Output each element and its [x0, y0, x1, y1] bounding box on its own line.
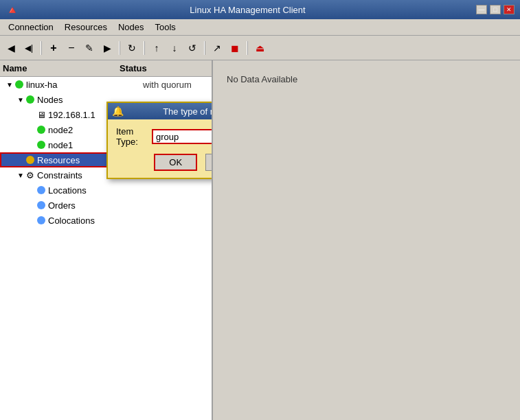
- stop-button[interactable]: ◼: [227, 40, 243, 56]
- dialog-bell-icon: 🔔: [112, 106, 124, 117]
- toolbar-sep-2: [119, 41, 120, 55]
- node-label: Colocations: [48, 215, 143, 226]
- no-data-text: No Data Available: [227, 74, 297, 84]
- expand-arrow[interactable]: ▼: [5, 81, 14, 89]
- circle-green-icon: [25, 94, 36, 105]
- app-icon: 🔺: [5, 3, 19, 16]
- node-label: linux-ha: [26, 80, 143, 90]
- toolbar-sep-3: [144, 41, 145, 55]
- node-label: Orders: [48, 200, 143, 211]
- tree-row[interactable]: Colocations: [0, 213, 212, 228]
- dialog-title-bar: 🔔 The type of new item ✕: [108, 103, 213, 119]
- light-blue-icon: [36, 200, 47, 211]
- back2-button[interactable]: ◀|: [21, 40, 37, 56]
- down-button[interactable]: ↓: [166, 40, 183, 56]
- item-type-input[interactable]: [152, 129, 213, 144]
- menu-tools[interactable]: Tools: [150, 21, 181, 34]
- status-text: with quorum: [143, 80, 212, 90]
- header-status: Status: [120, 63, 209, 73]
- add-button[interactable]: +: [45, 40, 62, 56]
- edit-button[interactable]: ✎: [81, 40, 98, 56]
- tree-panel: Name Status ▼ linux-ha with quorum ▼ Nod…: [0, 60, 213, 420]
- right-panel: No Data Available: [213, 60, 520, 420]
- dialog-label: Item Type:: [116, 126, 149, 147]
- node-label: Locations: [48, 185, 143, 196]
- tree-header: Name Status: [0, 60, 212, 77]
- light-blue-icon: [36, 185, 47, 196]
- dialog-item-type-row: Item Type: ▼: [116, 126, 213, 147]
- menu-connection[interactable]: Connection: [3, 21, 59, 34]
- run-button[interactable]: ▶: [99, 40, 115, 56]
- rotate-button[interactable]: ↺: [184, 40, 201, 56]
- toolbar-sep-5: [247, 41, 248, 55]
- circle-green-icon: [14, 79, 25, 90]
- maximize-button[interactable]: □: [490, 5, 501, 14]
- computer-icon: 🖥: [36, 109, 47, 120]
- toolbar-sep-1: [41, 41, 42, 55]
- tree-row[interactable]: ▼ linux-ha with quorum: [0, 77, 212, 92]
- dialog-select-wrapper: ▼: [152, 129, 213, 144]
- window-title: Linux HA Management Client: [19, 5, 476, 15]
- circle-green-icon: [36, 124, 47, 135]
- dialog-body: Item Type: ▼ OK Cancel: [108, 119, 213, 178]
- back-button[interactable]: ◀: [3, 40, 19, 56]
- close-button[interactable]: ✕: [504, 5, 515, 14]
- cancel-button[interactable]: Cancel: [205, 154, 213, 171]
- minimize-button[interactable]: —: [476, 5, 487, 14]
- toolbar: ◀ ◀| + − ✎ ▶ ↻ ↑ ↓ ↺ ↗ ◼ ⏏: [0, 36, 520, 60]
- tree-row[interactable]: Locations: [0, 183, 212, 198]
- dialog-title: The type of new item: [126, 106, 213, 117]
- main-area: Name Status ▼ linux-ha with quorum ▼ Nod…: [0, 60, 520, 420]
- ok-button[interactable]: OK: [154, 154, 197, 171]
- refresh-button[interactable]: ↻: [124, 40, 140, 56]
- circle-yellow-icon: [25, 154, 36, 165]
- header-name: Name: [3, 63, 120, 73]
- light-blue-icon: [36, 215, 47, 226]
- expand-arrow[interactable]: ▼: [16, 96, 25, 104]
- tree-row[interactable]: Orders: [0, 198, 212, 213]
- migrate-button[interactable]: ↗: [209, 40, 225, 56]
- circle-green-icon: [36, 139, 47, 150]
- up-button[interactable]: ↑: [148, 40, 165, 56]
- constraints-icon: ⚙: [25, 170, 36, 180]
- eject-button[interactable]: ⏏: [251, 40, 268, 56]
- title-bar: 🔺 Linux HA Management Client — □ ✕: [0, 0, 520, 19]
- dialog-box: 🔔 The type of new item ✕ Item Type: ▼ OK…: [106, 102, 213, 179]
- menu-bar: Connection Resources Nodes Tools: [0, 19, 520, 36]
- dialog-buttons: OK Cancel: [116, 154, 213, 171]
- toolbar-sep-4: [204, 41, 205, 55]
- menu-resources[interactable]: Resources: [59, 21, 113, 34]
- expand-arrow[interactable]: ▼: [16, 172, 25, 179]
- menu-nodes[interactable]: Nodes: [113, 21, 150, 34]
- remove-button[interactable]: −: [63, 40, 80, 56]
- window-controls: — □ ✕: [476, 5, 515, 14]
